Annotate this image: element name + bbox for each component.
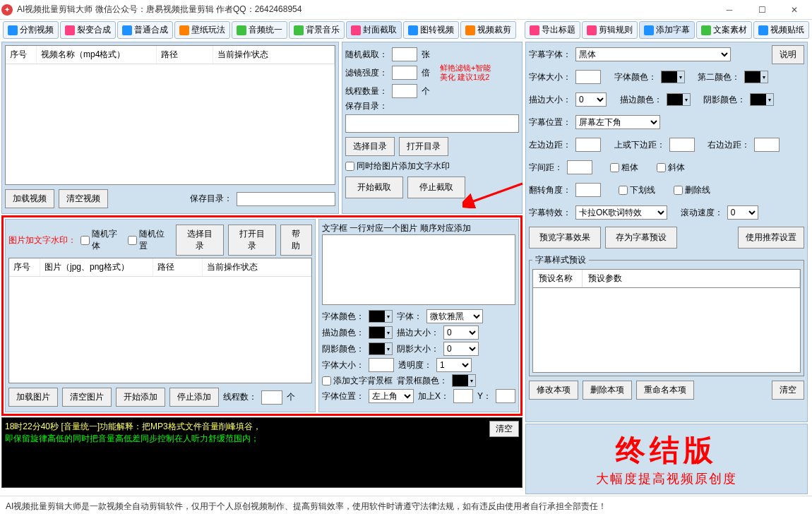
rand-pos-checkbox[interactable]: 随机位置 xyxy=(128,228,171,252)
tab-封面截取[interactable]: 封面截取 xyxy=(346,21,402,39)
stroke-color-picker[interactable]: ▾ xyxy=(369,326,393,339)
bold-checkbox[interactable]: 粗体 xyxy=(610,162,638,174)
filter-input[interactable] xyxy=(392,66,417,80)
sub-color-picker[interactable]: ▾ xyxy=(661,71,685,83)
strike-checkbox[interactable]: 删除线 xyxy=(674,184,710,196)
open-dir-button[interactable]: 打开目录 xyxy=(399,137,448,156)
maximize-button[interactable]: ☐ xyxy=(746,0,778,20)
sub-color2-picker[interactable]: ▾ xyxy=(744,71,768,83)
watermark-title: 图片加文字水印： xyxy=(8,234,76,246)
clear-preset-button[interactable]: 清空 xyxy=(772,381,804,400)
speed-select[interactable]: 0 xyxy=(727,205,758,220)
italic-checkbox[interactable]: 斜体 xyxy=(657,162,685,174)
tab-音频统一[interactable]: 音频统一 xyxy=(232,21,287,39)
shadow-size-select[interactable]: 0 xyxy=(443,342,479,356)
clear-image-button[interactable]: 清空图片 xyxy=(62,388,112,407)
watermark-checkbox[interactable]: 同时给图片添加文字水印 xyxy=(345,160,450,172)
bg-checkbox[interactable]: 添加文字背景框 xyxy=(322,375,393,387)
font-color-picker[interactable]: ▾ xyxy=(369,310,393,323)
bg-color-picker[interactable]: ▾ xyxy=(452,374,476,387)
tab-壁纸玩法[interactable]: 壁纸玩法 xyxy=(174,21,230,39)
clear-video-button[interactable]: 清空视频 xyxy=(59,189,108,208)
log-clear-button[interactable]: 清空 xyxy=(489,421,519,437)
right-margin-input[interactable] xyxy=(754,138,780,152)
spacing-input[interactable] xyxy=(567,160,592,174)
tab-icon xyxy=(8,25,18,35)
sub-stroke-color-picker[interactable]: ▾ xyxy=(667,93,691,106)
tab-icon xyxy=(65,25,75,35)
tab-普通合成[interactable]: 普通合成 xyxy=(117,21,173,39)
footer-text: AI视频批量剪辑大师是一款视频全自动剪辑软件，仅用于个人原创视频制作、提高剪辑效… xyxy=(0,496,812,514)
tab-视频贴纸[interactable]: 视频贴纸 xyxy=(753,21,809,39)
help-button[interactable]: 帮助 xyxy=(280,225,312,256)
opacity-select[interactable]: 1 xyxy=(436,358,472,372)
tab-图转视频[interactable]: 图转视频 xyxy=(403,21,459,39)
save-dir-label: 保存目录： xyxy=(190,193,232,205)
delete-preset-button[interactable]: 删除本项 xyxy=(583,381,632,400)
stroke-size-select[interactable]: 0 xyxy=(443,325,479,340)
image-list[interactable]: 序号 图片（jpg、png格式） 路径 当前操作状态 xyxy=(8,258,312,383)
log-panel: 清空 18时22分40秒 [音量统一]功能解释：把MP3格式文件音量削峰填谷， … xyxy=(1,417,523,488)
addx-input[interactable] xyxy=(453,389,473,403)
underline-checkbox[interactable]: 下划线 xyxy=(619,184,655,196)
tab-icon xyxy=(644,25,654,35)
effect-select[interactable]: 卡拉OK歌词特效 xyxy=(575,205,667,220)
shadow-color-picker[interactable]: ▾ xyxy=(369,342,393,355)
stop-cut-button[interactable]: 停止截取 xyxy=(407,177,465,198)
stop-add-button[interactable]: 停止添加 xyxy=(169,388,219,407)
brand-panel: 终结版 大幅度提高视频原创度 xyxy=(525,424,808,494)
left-margin-input[interactable] xyxy=(575,138,601,152)
sub-stroke-select[interactable]: 0 xyxy=(575,92,607,107)
tab-剪辑规则[interactable]: 剪辑规则 xyxy=(582,21,638,39)
rand-cut-input[interactable] xyxy=(392,47,417,61)
minimize-button[interactable]: ─ xyxy=(713,0,746,20)
rand-font-checkbox[interactable]: 随机字体 xyxy=(80,228,124,252)
tb-margin-input[interactable] xyxy=(669,138,695,152)
font-size-input[interactable] xyxy=(369,358,394,372)
col-status: 当前操作状态 xyxy=(213,46,335,64)
wm-open-dir-button[interactable]: 打开目录 xyxy=(228,225,276,256)
start-add-button[interactable]: 开始添加 xyxy=(116,388,165,407)
tab-icon xyxy=(758,25,768,35)
tab-icon xyxy=(294,25,304,35)
sub-pos-select[interactable]: 屏幕左下角 xyxy=(575,115,660,129)
wm-threads-input[interactable] xyxy=(261,390,282,405)
preview-button[interactable]: 预览字幕效果 xyxy=(529,227,601,249)
tab-添加字幕[interactable]: 添加字幕 xyxy=(639,21,695,39)
load-video-button[interactable]: 加载视频 xyxy=(5,189,54,208)
log-line: 18时22分40秒 [音量统一]功能解释：把MP3格式文件音量削峰填谷， xyxy=(5,421,519,433)
tab-分割视频[interactable]: 分割视频 xyxy=(3,21,59,39)
brand-title: 终结版 xyxy=(529,431,804,470)
font-select[interactable]: 微软雅黑 xyxy=(426,309,483,323)
rotate-input[interactable] xyxy=(575,183,601,197)
close-button[interactable]: ✕ xyxy=(778,0,811,20)
addy-input[interactable] xyxy=(496,389,515,403)
sub-size-input[interactable] xyxy=(575,70,601,84)
rename-preset-button[interactable]: 重命名本项 xyxy=(636,381,694,400)
sub-font-select[interactable]: 黑体 xyxy=(575,47,731,61)
threads-input[interactable] xyxy=(392,84,417,98)
tab-文案素材[interactable]: 文案素材 xyxy=(696,21,752,39)
edit-preset-button[interactable]: 修改本项 xyxy=(529,381,578,400)
load-image-button[interactable]: 加载图片 xyxy=(8,388,58,407)
explain-button[interactable]: 说明 xyxy=(772,45,804,64)
cover-save-dir-input[interactable] xyxy=(345,114,519,133)
tab-裂变合成[interactable]: 裂变合成 xyxy=(60,21,116,39)
sub-shadow-color-picker[interactable]: ▾ xyxy=(750,93,774,106)
save-preset-button[interactable]: 存为字幕预设 xyxy=(605,227,677,249)
textbox-title: 文字框 一行对应一个图片 顺序对应添加 xyxy=(322,222,515,234)
rand-cut-label: 随机截取： xyxy=(345,49,388,61)
start-cut-button[interactable]: 开始截取 xyxy=(345,177,403,198)
recommend-button[interactable]: 使用推荐设置 xyxy=(738,227,804,249)
save-dir-input[interactable] xyxy=(237,192,335,206)
wm-choose-dir-button[interactable]: 选择目录 xyxy=(176,225,224,256)
tab-导出标题[interactable]: 导出标题 xyxy=(525,21,580,39)
tab-视频裁剪[interactable]: 视频裁剪 xyxy=(460,21,516,39)
choose-dir-button[interactable]: 选择目录 xyxy=(345,137,395,156)
tab-背景音乐[interactable]: 背景音乐 xyxy=(289,21,345,39)
text-lines-input[interactable] xyxy=(322,234,515,305)
textbox-panel: 文字框 一行对应一个图片 顺序对应添加 字体颜色：▾字体：微软雅黑 描边颜色：▾… xyxy=(318,219,519,412)
pos-select[interactable]: 左上角 xyxy=(369,389,414,403)
preset-grid[interactable] xyxy=(532,288,801,373)
video-list[interactable]: 序号 视频名称（mp4格式） 路径 当前操作状态 xyxy=(5,45,335,185)
